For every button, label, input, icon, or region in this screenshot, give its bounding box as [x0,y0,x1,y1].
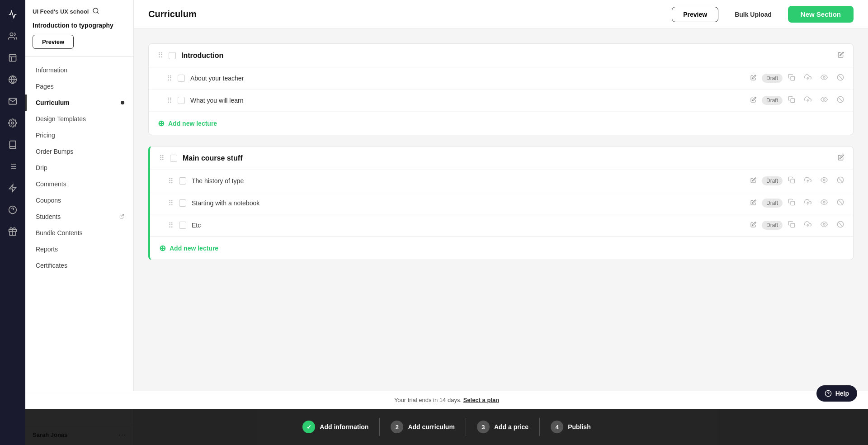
help-button[interactable]: Help [816,385,857,402]
progress-step-0[interactable]: ✓Add information [292,421,379,433]
copy-icon-1-1[interactable] [788,199,795,208]
eye-icon-1-1[interactable] [821,199,828,208]
main-content: ⠿ Introduction ⠿ About your teacher Draf… [134,29,868,445]
preview-button[interactable]: Preview [672,7,718,22]
lecture-edit-icon-1-2[interactable] [750,222,756,229]
lecture-title-0-0: About your teacher [190,75,745,82]
add-lecture-icon-0: ⊕ [158,118,165,128]
icon-globe[interactable] [4,71,22,89]
circle-off-icon-0-1[interactable] [837,96,844,105]
section-checkbox-0[interactable] [169,52,176,59]
sidebar-item-comments[interactable]: Comments [25,176,133,192]
sidebar-item-bundle-contents[interactable]: Bundle Contents [25,225,133,241]
icon-dashboard[interactable] [4,5,22,24]
icon-lightning[interactable] [4,179,22,197]
eye-icon-0-1[interactable] [821,96,828,105]
sidebar-item-information[interactable]: Information [25,62,133,78]
sidebar-item-certificates[interactable]: Certificates [25,257,133,274]
step-number-2: 3 [477,421,490,433]
sidebar-preview-button[interactable]: Preview [33,35,74,49]
svg-line-23 [838,75,842,79]
circle-off-icon-0-0[interactable] [837,74,844,83]
bulk-upload-button[interactable]: Bulk Upload [724,7,783,22]
lecture-status-1-0: Draft [762,176,783,185]
drag-handle-section-0[interactable]: ⠿ [158,51,163,60]
eye-icon-0-0[interactable] [821,74,828,83]
upload-icon-1-2[interactable] [804,221,811,230]
lecture-title-1-2: Etc [192,222,745,229]
copy-icon-0-1[interactable] [788,96,795,105]
eye-icon-1-2[interactable] [821,221,828,230]
copy-icon-0-0[interactable] [788,74,795,83]
add-lecture-btn-0[interactable]: ⊕Add new lecture [149,112,853,135]
sidebar-item-label-order-bumps: Order Bumps [36,148,73,155]
lecture-edit-icon-1-1[interactable] [750,199,756,207]
svg-rect-1 [9,55,16,62]
sidebar-item-design-templates[interactable]: Design Templates [25,111,133,127]
upload-icon-1-0[interactable] [804,176,811,185]
step-label-3: Publish [568,423,591,431]
section-checkbox-1[interactable] [170,155,177,162]
brand-name: UI Feed's UX school [33,8,89,15]
add-lecture-btn-1[interactable]: ⊕Add new lecture [150,237,853,260]
drag-handle-lec-1-1[interactable]: ⠿ [168,199,174,208]
lecture-checkbox-1-2[interactable] [179,222,186,229]
lecture-edit-icon-0-1[interactable] [750,97,756,104]
icon-library[interactable] [4,136,22,154]
lecture-checkbox-0-0[interactable] [178,75,185,82]
drag-handle-lec-0-1[interactable]: ⠿ [167,96,172,105]
new-section-button[interactable]: New Section [788,6,854,23]
topbar-actions: Preview Bulk Upload New Section [672,6,854,23]
step-number-1: 2 [391,421,403,433]
icon-settings[interactable] [4,114,22,132]
upload-icon-1-1[interactable] [804,199,811,208]
sidebar-item-students[interactable]: Students [25,208,133,225]
icon-chart[interactable] [4,49,22,67]
icon-help[interactable] [4,201,22,219]
sidebar-item-reports[interactable]: Reports [25,241,133,257]
drag-handle-section-1[interactable]: ⠿ [159,154,165,162]
lecture-edit-icon-1-0[interactable] [750,177,756,185]
drag-handle-lec-0-0[interactable]: ⠿ [167,74,172,83]
icon-gift[interactable] [4,222,22,241]
lecture-checkbox-0-1[interactable] [178,97,185,104]
icon-users[interactable] [4,27,22,45]
sidebar-item-pricing[interactable]: Pricing [25,127,133,143]
icon-sidebar [0,0,25,445]
sidebar-item-pages[interactable]: Pages [25,78,133,95]
icon-list[interactable] [4,157,22,175]
drag-handle-lec-1-2[interactable]: ⠿ [168,221,174,230]
progress-step-3[interactable]: 4Publish [540,421,602,433]
sidebar-item-curriculum[interactable]: Curriculum [25,95,133,111]
sidebar-item-drip[interactable]: Drip [25,160,133,176]
sidebar-item-order-bumps[interactable]: Order Bumps [25,143,133,160]
section-edit-icon-1[interactable] [838,154,844,162]
copy-icon-1-0[interactable] [788,176,795,185]
lecture-actions-1-0 [788,176,844,185]
lecture-edit-icon-0-0[interactable] [750,75,756,82]
sidebar-item-label-comments: Comments [36,180,66,188]
lecture-checkbox-1-0[interactable] [179,177,186,185]
add-lecture-label-1: Add new lecture [170,245,218,252]
circle-off-icon-1-1[interactable] [837,199,844,208]
drag-handle-lec-1-0[interactable]: ⠿ [168,177,174,185]
upload-icon-0-0[interactable] [804,74,811,83]
select-plan-link[interactable]: Select a plan [463,397,499,403]
lecture-actions-0-0 [788,74,844,83]
lecture-actions-1-1 [788,199,844,208]
upload-icon-0-1[interactable] [804,96,811,105]
sidebar-item-label-design-templates: Design Templates [36,115,86,123]
section-edit-icon-0[interactable] [838,52,844,59]
progress-step-1[interactable]: 2Add curriculum [380,421,465,433]
eye-icon-1-0[interactable] [821,176,828,185]
copy-icon-1-2[interactable] [788,221,795,230]
progress-step-2[interactable]: 3Add a price [466,421,539,433]
search-icon[interactable] [92,7,99,16]
progress-bar: ✓Add information2Add curriculum3Add a pr… [25,409,868,445]
sidebar-item-label-pricing: Pricing [36,132,55,139]
lecture-checkbox-1-1[interactable] [179,199,186,207]
circle-off-icon-1-2[interactable] [837,221,844,230]
sidebar-item-coupons[interactable]: Coupons [25,192,133,208]
icon-mail[interactable] [4,92,22,110]
circle-off-icon-1-0[interactable] [837,176,844,185]
